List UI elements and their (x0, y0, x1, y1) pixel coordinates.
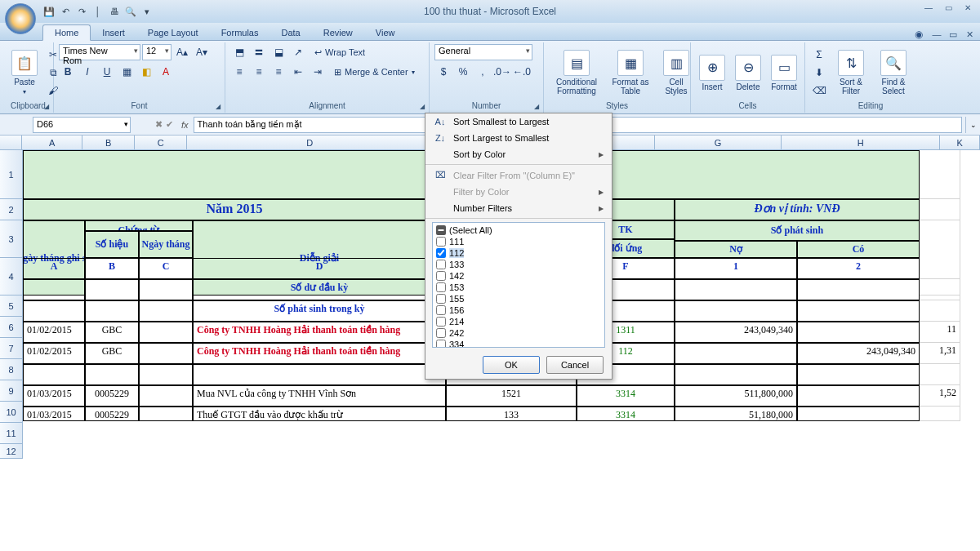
increase-indent-button[interactable]: ⇥ (309, 64, 327, 80)
table-cell[interactable]: 1,31 (920, 343, 960, 364)
filter-value-item[interactable]: 334 (434, 339, 603, 348)
tab-review[interactable]: Review (312, 25, 364, 40)
fx-cancel[interactable]: ✖ (155, 119, 163, 130)
font-launcher[interactable]: ◢ (213, 101, 223, 111)
cell-k1[interactable] (920, 150, 960, 199)
filter-value-item[interactable]: 142 (434, 270, 603, 282)
sodu-cell[interactable]: Số dư đầu kỳ (193, 279, 446, 300)
table-cell[interactable]: Thuế GTGT đầu vào được khấu trừ (193, 407, 446, 421)
filter-checkbox[interactable] (436, 282, 446, 292)
col-header-A[interactable]: A (22, 136, 82, 149)
comma-button[interactable]: , (474, 64, 492, 80)
filter-value-item[interactable]: 156 (434, 304, 603, 316)
border-button[interactable]: ▦ (118, 64, 136, 80)
table-cell[interactable]: 243,049,340 (797, 343, 920, 364)
delete-cells-button[interactable]: ⊖Delete (732, 53, 764, 93)
orientation-button[interactable]: ↗ (289, 44, 307, 60)
row-header-3[interactable]: 3 (0, 220, 23, 258)
table-cell[interactable]: GBC (85, 322, 139, 343)
table-cell[interactable]: 3314 (577, 407, 675, 421)
table-cell[interactable]: Công ty TNHH Hoàng Hải thanh toán tiền h… (193, 322, 446, 343)
fx-icon[interactable]: fx (181, 120, 189, 130)
table-cell[interactable] (920, 364, 960, 385)
col-letter-C[interactable]: C (139, 258, 193, 279)
percent-button[interactable]: % (454, 64, 472, 80)
cell-styles-button[interactable]: ▥Cell Styles (657, 48, 696, 97)
undo-icon[interactable]: ↶ (59, 5, 72, 18)
table-cell[interactable]: 01/03/2015 (23, 407, 85, 421)
align-center-button[interactable]: ≡ (250, 64, 268, 80)
hdr-co[interactable]: Có (797, 241, 920, 258)
cell-k2[interactable] (920, 199, 960, 220)
table-cell[interactable]: 01/03/2015 (23, 385, 85, 407)
formula-expand-icon[interactable]: ⌄ (965, 117, 980, 133)
col-header-K[interactable]: K (940, 136, 980, 149)
table-cell[interactable]: 0005229 (85, 385, 139, 407)
filter-checkbox[interactable] (436, 340, 446, 348)
col-letter-1[interactable]: 1 (675, 258, 797, 279)
row-header-9[interactable]: 9 (0, 380, 23, 402)
table-cell[interactable] (23, 364, 85, 385)
save-icon[interactable]: 💾 (42, 5, 56, 18)
spstk-cell[interactable]: Số phát sinh trong kỳ (193, 300, 446, 322)
name-box[interactable]: D66 (33, 117, 131, 133)
filter-value-item[interactable]: 112 (434, 247, 603, 259)
cell-k7[interactable] (920, 300, 960, 322)
col-header-B[interactable]: B (82, 136, 135, 149)
sort-asc-item[interactable]: A↓Sort Smallest to Largest (425, 113, 612, 130)
table-cell[interactable]: 0005229 (85, 407, 139, 421)
decrease-decimal-button[interactable]: ←.0 (513, 64, 531, 80)
wb-minimize-button[interactable]: — (929, 29, 944, 40)
cell-b7[interactable] (85, 300, 139, 322)
sort-filter-button[interactable]: ⇅Sort & Filter (831, 48, 871, 97)
table-cell[interactable] (920, 407, 960, 421)
sort-color-item[interactable]: Sort by Color▶ (425, 146, 612, 162)
grow-font-button[interactable]: A▴ (173, 44, 191, 60)
clipboard-launcher[interactable]: ◢ (42, 101, 51, 111)
sort-desc-item[interactable]: Z↓Sort Largest to Smallest (425, 130, 612, 146)
hdr-no[interactable]: Nợ (675, 241, 797, 258)
cell-h7[interactable] (797, 300, 920, 322)
print-icon[interactable]: 🖶 (108, 5, 121, 18)
filter-checkbox[interactable] (436, 305, 446, 315)
filter-value-item[interactable]: 155 (434, 293, 603, 304)
hdr-ngaythang[interactable]: Ngày tháng (139, 231, 193, 258)
wb-restore-button[interactable]: ▭ (946, 29, 960, 40)
cell-c6[interactable] (139, 279, 193, 300)
table-cell[interactable] (193, 364, 446, 385)
col-letter-D[interactable]: D (193, 258, 446, 279)
cell-h6[interactable] (797, 279, 920, 300)
preview-icon[interactable]: 🔍 (124, 5, 137, 18)
row-header-4[interactable]: 4 (0, 258, 23, 295)
filter-checkbox[interactable] (436, 260, 446, 269)
filter-checkbox[interactable] (436, 237, 446, 247)
tab-view[interactable]: View (364, 25, 407, 40)
table-cell[interactable] (797, 322, 920, 343)
row-header-11[interactable]: 11 (0, 423, 23, 444)
filter-checkbox[interactable] (436, 328, 446, 338)
increase-decimal-button[interactable]: .0→ (493, 64, 511, 80)
filter-value-item[interactable]: 153 (434, 282, 603, 293)
cell-k6[interactable] (920, 279, 960, 300)
format-as-table-button[interactable]: ▦Format as Table (608, 48, 653, 97)
filter-checkbox[interactable] (436, 248, 446, 258)
row-header-8[interactable]: 8 (0, 359, 23, 380)
tab-formulas[interactable]: Formulas (210, 25, 270, 40)
maximize-button[interactable]: ▭ (939, 2, 957, 13)
table-cell[interactable]: 01/02/2015 (23, 343, 85, 364)
table-cell[interactable] (797, 407, 920, 421)
table-cell[interactable]: 01/02/2015 (23, 322, 85, 343)
col-letter-2[interactable]: 2 (797, 258, 920, 279)
font-name-combo[interactable]: Times New Rom (59, 44, 140, 60)
align-left-button[interactable]: ≡ (230, 64, 248, 80)
paste-button[interactable]: 📋 Paste ▾ (8, 48, 41, 97)
cell-k5[interactable] (920, 258, 960, 279)
tab-insert[interactable]: Insert (91, 25, 136, 40)
align-middle-button[interactable]: 〓 (250, 44, 268, 60)
bold-button[interactable]: B (59, 64, 77, 80)
select-all-corner[interactable] (0, 136, 22, 149)
font-size-combo[interactable]: 12 (142, 44, 172, 60)
shrink-font-button[interactable]: A▾ (193, 44, 211, 60)
select-all-checkbox[interactable]: (Select All) (434, 224, 603, 236)
table-cell[interactable]: 133 (446, 407, 577, 421)
